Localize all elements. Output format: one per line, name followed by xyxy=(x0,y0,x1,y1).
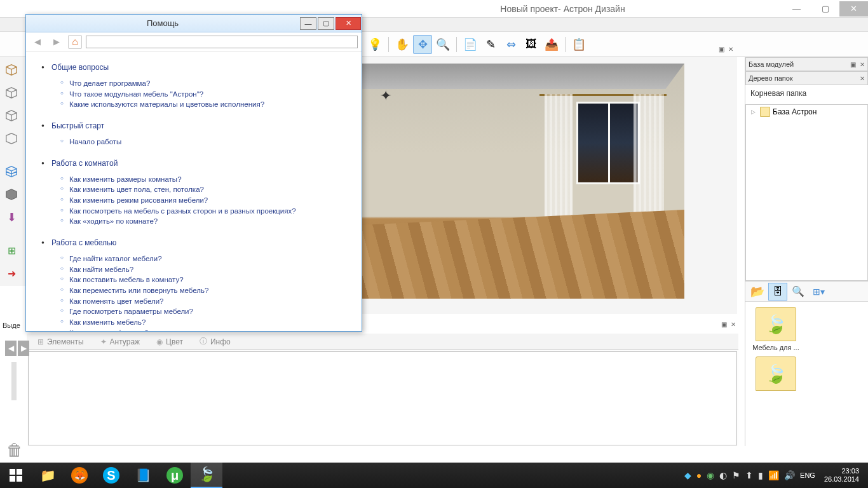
edit-button[interactable]: ✎ xyxy=(481,35,500,54)
tray-language[interactable]: ENG xyxy=(800,471,815,479)
dimension-button[interactable]: ⊞ xyxy=(1,240,22,261)
move-button[interactable]: ✥ xyxy=(413,35,432,54)
room-3d-view[interactable] xyxy=(309,64,684,299)
lightbulb-button[interactable]: 💡 xyxy=(365,35,384,54)
cube-3-button[interactable] xyxy=(1,105,22,126)
tab-color[interactable]: ◉Цвет xyxy=(148,334,191,349)
help-home-button[interactable]: ⌂ xyxy=(68,35,82,49)
minimize-button[interactable]: — xyxy=(782,1,811,17)
trash-icon[interactable]: 🗑 xyxy=(6,440,23,460)
help-close-button[interactable]: ✕ xyxy=(336,17,361,30)
help-link[interactable]: Как изменить размеры комнаты? xyxy=(69,174,349,185)
cube-4-button[interactable] xyxy=(1,128,22,149)
solid-button[interactable] xyxy=(1,184,22,205)
help-dialog: Помощь — ▢ ✕ ◀ ▶ ⌂ Общие вопросыЧто дела… xyxy=(25,14,362,332)
nav-next-button[interactable]: ▶ xyxy=(18,341,29,356)
tab-entourage[interactable]: ✦Антураж xyxy=(92,334,149,349)
image-button[interactable]: 🖼 xyxy=(522,35,541,54)
help-link[interactable]: Как изменить цвет пола, стен, потолка? xyxy=(69,184,349,195)
tray-icon[interactable]: ▮ xyxy=(758,470,763,480)
cube-2-button[interactable] xyxy=(1,83,22,103)
hand-icon: ✋ xyxy=(395,37,409,51)
marker-button[interactable]: ➜ xyxy=(1,263,22,283)
view-large-button[interactable]: 🗄 xyxy=(768,283,787,301)
tray-volume-icon[interactable]: 🔊 xyxy=(784,470,795,480)
vertical-slider[interactable] xyxy=(11,362,17,400)
tray-icon[interactable]: ⬆ xyxy=(745,470,753,480)
dock-button[interactable]: ▣ xyxy=(850,61,856,68)
search-modules-button[interactable]: 🔍 xyxy=(789,283,808,301)
tray-network-icon[interactable]: 📶 xyxy=(768,470,779,480)
help-titlebar[interactable]: Помощь — ▢ ✕ xyxy=(26,15,362,32)
help-link[interactable]: Где найти каталог мебели? xyxy=(69,254,349,264)
modules-panel-header: База модулей ▣✕ xyxy=(745,57,868,71)
tree-panel-title: Дерево папок xyxy=(749,74,793,82)
viewport-dock-button[interactable]: ▣ xyxy=(719,46,724,53)
help-link[interactable]: Как переместить или повернуть мебель? xyxy=(69,285,349,296)
cube-1-button[interactable] xyxy=(1,60,22,80)
help-search-input[interactable] xyxy=(86,36,358,48)
help-link[interactable]: Как поменять фасады? xyxy=(69,328,349,331)
help-content[interactable]: Общие вопросыЧто делает программа?Что та… xyxy=(26,51,362,331)
help-link[interactable]: Что такое модульная мебель "Астрон"? xyxy=(69,89,349,100)
tray-icon[interactable]: ● xyxy=(696,470,702,480)
help-link[interactable]: Как поставить мебель в комнату? xyxy=(69,274,349,285)
view-options-button[interactable]: ⊞▾ xyxy=(809,283,828,301)
dock-button[interactable]: ▣ xyxy=(721,321,727,328)
tray-icon[interactable]: ◉ xyxy=(707,470,714,480)
help-link[interactable]: Как посмотреть на мебель с разных сторон… xyxy=(69,206,349,217)
svg-rect-1 xyxy=(17,469,22,475)
pan-button[interactable]: ✋ xyxy=(393,35,412,54)
taskbar-astron[interactable]: 🍃 xyxy=(191,463,222,488)
document-button[interactable]: 📄 xyxy=(461,35,480,54)
tray-icon[interactable]: ◆ xyxy=(684,470,691,480)
panel-close-button[interactable]: ✕ xyxy=(860,61,865,68)
tab-elements[interactable]: ⊞Элементы xyxy=(29,334,92,349)
help-link[interactable]: Какие используются материалы и цветовые … xyxy=(69,99,349,110)
tray-icon[interactable]: ◐ xyxy=(719,470,727,480)
zoom-button[interactable]: 🔍 xyxy=(433,35,452,54)
help-title: Помощь xyxy=(26,18,299,28)
help-link[interactable]: Где посмотреть параметры мебели? xyxy=(69,306,349,317)
help-back-button[interactable]: ◀ xyxy=(30,35,45,49)
help-maximize-button[interactable]: ▢ xyxy=(318,17,334,30)
help-link[interactable]: Что делает программа? xyxy=(69,78,349,89)
info-icon: ⓘ xyxy=(200,336,207,347)
help-link[interactable]: Как изменить мебель? xyxy=(69,317,349,328)
help-link[interactable]: Как найти мебель? xyxy=(69,264,349,275)
maximize-button[interactable]: ▢ xyxy=(811,1,839,17)
start-button[interactable] xyxy=(0,463,32,488)
viewport-close-button[interactable]: ✕ xyxy=(728,46,733,53)
resize-button[interactable]: ⇔ xyxy=(501,35,520,54)
panel-close-button[interactable]: ✕ xyxy=(731,321,736,328)
report-button[interactable]: 📋 xyxy=(569,35,588,54)
spacer xyxy=(1,151,24,159)
export-button[interactable]: 📤 xyxy=(542,35,561,54)
panel-close-button[interactable]: ✕ xyxy=(860,75,865,82)
help-link[interactable]: Как поменять цвет мебели? xyxy=(69,296,349,307)
help-minimize-button[interactable]: — xyxy=(300,17,316,30)
nav-prev-button[interactable]: ◀ xyxy=(5,341,17,356)
close-button[interactable]: ✕ xyxy=(839,1,868,17)
tray-icon[interactable]: ⚑ xyxy=(732,470,740,480)
taskbar-notepad[interactable]: 📘 xyxy=(127,463,159,488)
taskbar-utorrent[interactable]: μ xyxy=(159,463,191,488)
tree-item-base[interactable]: ▷ База Астрон xyxy=(746,105,867,119)
help-forward-button[interactable]: ▶ xyxy=(49,35,64,49)
module-item[interactable]: 🍃 Мебель для ... xyxy=(750,307,801,351)
help-link[interactable]: Начало работы xyxy=(69,137,349,147)
help-link[interactable]: Как «ходить» по комнате? xyxy=(69,216,349,227)
taskbar-skype[interactable]: S xyxy=(95,463,127,488)
taskbar-firefox[interactable]: 🦊 xyxy=(64,463,95,488)
taskbar-explorer[interactable]: 📁 xyxy=(32,463,64,488)
module-item[interactable]: 🍃 xyxy=(750,356,801,391)
tab-info[interactable]: ⓘИнфо xyxy=(191,334,239,349)
wireframe-button[interactable] xyxy=(1,161,22,182)
help-link[interactable]: Как изменить режим рисования мебели? xyxy=(69,195,349,206)
tree-expand-icon[interactable]: ▷ xyxy=(751,109,757,115)
taskbar-clock[interactable]: 23:03 26.03.2014 xyxy=(820,467,863,484)
window-title: Новый проект- Астрон Дизайн xyxy=(0,4,782,14)
folder-open-button[interactable]: 📂 xyxy=(748,283,767,301)
down-arrow-button[interactable]: ⬇ xyxy=(1,207,22,227)
cube-icon xyxy=(4,63,18,77)
